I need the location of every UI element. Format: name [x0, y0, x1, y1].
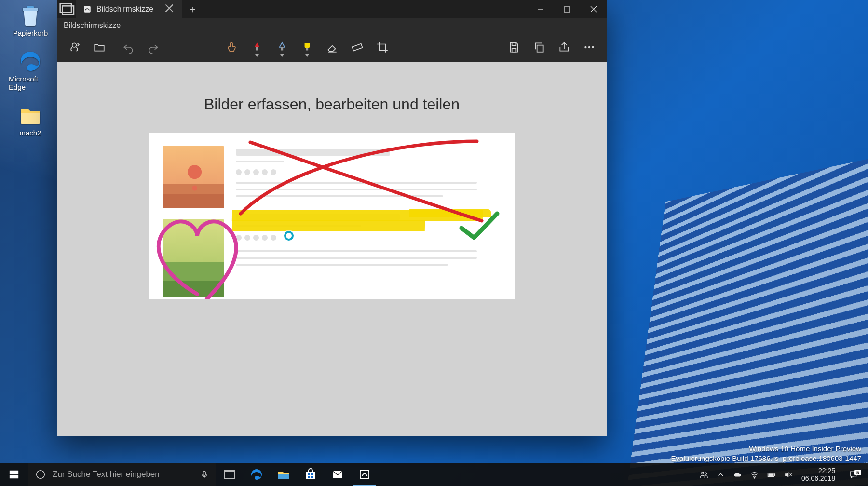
svg-rect-21: [308, 473, 310, 475]
app-icon: [83, 5, 92, 14]
tray-battery-icon[interactable]: [763, 463, 780, 486]
svg-point-10: [584, 46, 586, 48]
folder-icon: [19, 104, 42, 127]
window-subtitle: Bildschirmskizze: [57, 18, 607, 33]
tray-wifi-icon[interactable]: [746, 463, 763, 486]
windows-watermark: Windows 10 Home Insider Preview Evaluier…: [671, 444, 861, 463]
svg-rect-6: [281, 47, 283, 51]
desktop-icon-label: mach2: [19, 129, 41, 137]
toolbar: [57, 33, 607, 62]
titlebar: Bildschirmskizze ＋: [57, 0, 607, 18]
search-input[interactable]: [53, 470, 193, 479]
tab-title: Bildschirmskizze: [96, 5, 153, 14]
svg-rect-0: [60, 3, 71, 12]
tray-volume-icon[interactable]: [780, 463, 797, 486]
window-tab[interactable]: Bildschirmskizze: [76, 0, 182, 18]
notification-badge: 5: [854, 470, 861, 475]
save-button[interactable]: [502, 35, 527, 60]
snip-sketch-window: Bildschirmskizze ＋ Bildschirmskizze: [57, 0, 607, 436]
demo-illustration: [149, 133, 515, 299]
taskbar-app-explorer[interactable]: [270, 463, 297, 486]
svg-point-17: [37, 471, 45, 479]
svg-rect-5: [256, 47, 258, 51]
share-button[interactable]: [552, 35, 577, 60]
desktop-icon-label: Microsoft Edge: [9, 75, 52, 91]
tray-up-icon[interactable]: [712, 463, 729, 486]
tray-clock[interactable]: 22:25 06.06.2018: [797, 467, 840, 482]
svg-rect-3: [564, 7, 570, 12]
svg-rect-15: [10, 475, 14, 478]
cortana-icon: [35, 469, 46, 480]
svg-point-28: [754, 477, 755, 478]
ballpoint-pen-button[interactable]: [244, 35, 270, 60]
desktop-icon-recycle-bin[interactable]: Papierkorb: [9, 4, 52, 37]
redo-button[interactable]: [141, 35, 166, 60]
svg-rect-20: [306, 472, 315, 479]
svg-rect-13: [10, 471, 14, 474]
task-view-button[interactable]: [216, 463, 243, 486]
taskbar-app-snip[interactable]: [351, 463, 378, 486]
canvas-area[interactable]: Bilder erfassen, bearbeiten und teilen: [57, 62, 607, 436]
touch-writing-button[interactable]: [219, 35, 244, 60]
svg-rect-18: [203, 471, 206, 475]
svg-rect-31: [769, 473, 773, 475]
pencil-button[interactable]: [270, 35, 295, 60]
svg-point-11: [588, 46, 590, 48]
new-snip-button[interactable]: [62, 35, 87, 60]
undo-button[interactable]: [116, 35, 141, 60]
sets-previous-icon[interactable]: [57, 0, 76, 18]
minimize-button[interactable]: [527, 0, 554, 18]
close-window-button[interactable]: [580, 0, 607, 18]
edge-icon: [19, 50, 42, 73]
desktop-icon-folder[interactable]: mach2: [9, 104, 52, 137]
svg-rect-24: [311, 476, 313, 478]
maximize-button[interactable]: [554, 0, 580, 18]
recycle-bin-icon: [19, 4, 42, 27]
new-tab-button[interactable]: ＋: [182, 0, 203, 18]
svg-rect-23: [308, 476, 310, 478]
more-button[interactable]: [577, 35, 602, 60]
copy-button[interactable]: [527, 35, 552, 60]
taskbar: 22:25 06.06.2018 5: [0, 463, 868, 486]
svg-rect-9: [537, 45, 543, 52]
canvas-heading: Bilder erfassen, bearbeiten und teilen: [204, 95, 460, 113]
taskbar-app-store[interactable]: [297, 463, 324, 486]
crop-button[interactable]: [370, 35, 395, 60]
open-file-button[interactable]: [87, 35, 112, 60]
ruler-button[interactable]: [345, 35, 370, 60]
taskbar-app-edge[interactable]: [243, 463, 270, 486]
svg-rect-16: [14, 475, 18, 478]
desktop-icon-edge[interactable]: Microsoft Edge: [9, 50, 52, 91]
svg-point-26: [702, 472, 704, 474]
svg-rect-22: [311, 473, 313, 475]
tray-people-icon[interactable]: [695, 463, 712, 486]
svg-rect-14: [14, 471, 18, 474]
tray-onedrive-icon[interactable]: [729, 463, 746, 486]
taskbar-search[interactable]: [28, 463, 216, 486]
eraser-button[interactable]: [320, 35, 345, 60]
svg-rect-2: [84, 6, 91, 13]
desktop-icon-label: Papierkorb: [13, 29, 48, 37]
action-center-button[interactable]: 5: [840, 470, 866, 479]
svg-rect-19: [224, 472, 235, 478]
taskbar-app-mail[interactable]: [324, 463, 351, 486]
highlighter-button[interactable]: [295, 35, 320, 60]
svg-rect-30: [774, 473, 775, 475]
system-tray: 22:25 06.06.2018 5: [695, 463, 868, 486]
svg-rect-1: [63, 6, 74, 14]
svg-rect-25: [360, 470, 369, 479]
svg-rect-8: [352, 44, 362, 51]
svg-point-12: [592, 46, 594, 48]
close-tab-icon[interactable]: [163, 2, 176, 16]
start-button[interactable]: [0, 463, 28, 486]
svg-point-4: [72, 43, 77, 47]
svg-point-27: [705, 472, 706, 474]
mic-icon[interactable]: [200, 470, 209, 479]
svg-rect-7: [306, 48, 308, 50]
desktop: Papierkorb Microsoft Edge mach2 Windows …: [0, 0, 868, 486]
